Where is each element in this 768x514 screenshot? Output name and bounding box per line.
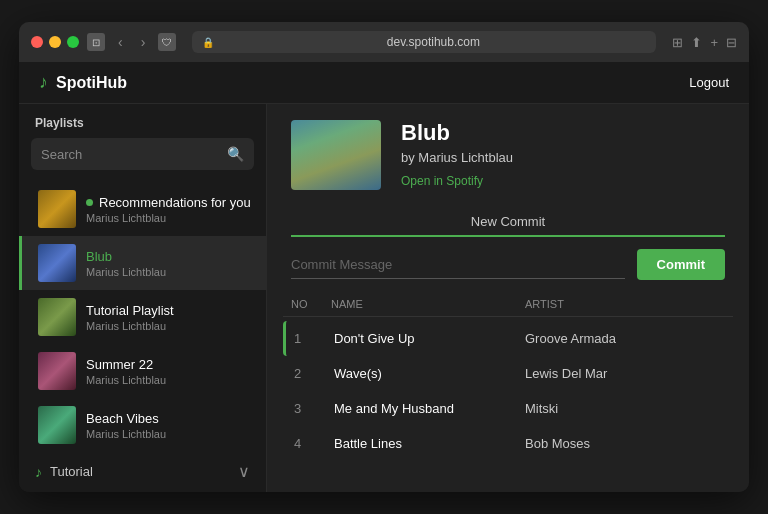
col-no-header: No [291,298,331,310]
playlist-info: Summer 22 Marius Lichtblau [86,357,250,386]
playlist-name: Recommendations for you [86,195,250,210]
address-bar[interactable]: 🔒 dev.spotihub.com [192,31,656,53]
logout-button[interactable]: Logout [689,75,729,90]
app-logo: ♪ SpotiHub [39,72,127,93]
track-number: 1 [294,331,334,346]
playlist-thumbnail-img [38,352,76,390]
track-number: 4 [294,436,334,451]
track-list-header: No Name Artist [283,292,733,317]
search-input[interactable] [41,147,219,162]
track-artist: Lewis Del Mar [525,366,725,381]
playlist-name: Beach Vibes [86,411,250,426]
sidebar-footer[interactable]: ♪ Tutorial ∨ [19,452,266,491]
tabs-icon[interactable]: ⊟ [726,35,737,50]
back-button[interactable]: ‹ [113,32,128,52]
playlist-owner: Marius Lichtblau [86,374,250,386]
app-title: SpotiHub [56,74,127,92]
search-icon: 🔍 [227,146,244,162]
playlist-name: Blub [86,249,250,264]
close-button[interactable] [31,36,43,48]
new-tab-icon[interactable]: + [710,35,718,50]
sidebar-toggle-icon[interactable]: ⊡ [87,33,105,51]
new-commit-title: New Commit [291,214,725,229]
traffic-lights [31,36,79,48]
table-row[interactable]: 3 Me and My Husband Mitski [283,391,733,426]
playlist-thumb [38,406,76,444]
playlist-thumb [38,190,76,228]
playlist-thumb [38,244,76,282]
playlist-name: Summer 22 [86,357,250,372]
search-container: 🔍 [19,138,266,182]
playlist-owner: Marius Lichtblau [86,428,250,440]
playlist-info: Beach Vibes Marius Lichtblau [86,411,250,440]
extensions-icon[interactable]: ⊞ [672,35,683,50]
playlist-item[interactable]: Recommendations for you Marius Lichtblau [19,182,266,236]
track-name: Me and My Husband [334,401,525,416]
browser-actions: ⊞ ⬆ + ⊟ [672,35,737,50]
share-icon[interactable]: ⬆ [691,35,702,50]
table-row[interactable]: 2 Wave(s) Lewis Del Mar [283,356,733,391]
playlist-item[interactable]: Summer 22 Marius Lichtblau [19,344,266,398]
open-in-spotify-link[interactable]: Open in Spotify [401,174,483,188]
commit-message-input[interactable] [291,251,625,279]
playlist-thumbnail-img [38,244,76,282]
album-header: Blub by Marius Lichtblau Open in Spotify [267,104,749,206]
playlist-thumb [38,352,76,390]
album-cover [291,120,381,190]
track-number: 2 [294,366,334,381]
album-title: Blub [401,120,725,146]
shield-icon: 🛡 [158,33,176,51]
new-commit-divider [291,235,725,237]
minimize-button[interactable] [49,36,61,48]
search-input-wrapper: 🔍 [31,138,254,170]
playlist-thumbnail-img [38,298,76,336]
chevron-down-icon: ∨ [238,462,250,481]
table-row[interactable]: 1 Don't Give Up Groove Armada [283,321,733,356]
logo-icon: ♪ [39,72,48,93]
playlist-item[interactable]: Beach Vibes Marius Lichtblau [19,398,266,452]
commit-button[interactable]: Commit [637,249,725,280]
track-name: Wave(s) [334,366,525,381]
track-name: Don't Give Up [334,331,525,346]
track-artist: Groove Armada [525,331,725,346]
playlist-item[interactable]: Tutorial Playlist Marius Lichtblau [19,290,266,344]
tutorial-icon: ♪ [35,464,42,480]
album-details: Blub by Marius Lichtblau Open in Spotify [401,120,725,189]
app-main: Playlists 🔍 [19,104,749,492]
track-artist: Mitski [525,401,725,416]
sidebar-footer-label: Tutorial [50,464,93,479]
playlist-info: Tutorial Playlist Marius Lichtblau [86,303,250,332]
sidebar: Playlists 🔍 [19,104,267,492]
playlist-info: Recommendations for you Marius Lichtblau [86,195,250,224]
track-name: Battle Lines [334,436,525,451]
track-artist: Bob Moses [525,436,725,451]
playlist-list: Recommendations for you Marius Lichtblau… [19,182,266,452]
app-container: ♪ SpotiHub Logout Playlists 🔍 [19,62,749,492]
album-cover-image [291,120,381,190]
table-row[interactable]: 4 Battle Lines Bob Moses [283,426,733,461]
playlist-thumbnail-img [38,406,76,444]
col-artist-header: Artist [525,298,725,310]
lock-icon: 🔒 [202,37,214,48]
album-artist: by Marius Lichtblau [401,150,725,165]
playlist-item[interactable]: Blub Marius Lichtblau [19,236,266,290]
playlist-owner: Marius Lichtblau [86,320,250,332]
new-commit-section: New Commit Commit [267,206,749,292]
playlist-name: Tutorial Playlist [86,303,250,318]
playlist-owner: Marius Lichtblau [86,266,250,278]
playlist-info: Blub Marius Lichtblau [86,249,250,278]
playlist-owner: Marius Lichtblau [86,212,250,224]
playlists-section-title: Playlists [19,104,266,138]
url-text: dev.spotihub.com [220,35,646,49]
col-name-header: Name [331,298,525,310]
track-number: 3 [294,401,334,416]
track-list: No Name Artist 1 Don't Give Up Groove Ar… [267,292,749,492]
content-area: Blub by Marius Lichtblau Open in Spotify… [267,104,749,492]
playlist-thumb [38,298,76,336]
maximize-button[interactable] [67,36,79,48]
forward-button[interactable]: › [136,32,151,52]
online-dot [86,199,93,206]
playlist-thumbnail-img [38,190,76,228]
browser-chrome: ⊡ ‹ › 🛡 🔒 dev.spotihub.com ⊞ ⬆ + ⊟ [19,22,749,62]
app-navbar: ♪ SpotiHub Logout [19,62,749,104]
